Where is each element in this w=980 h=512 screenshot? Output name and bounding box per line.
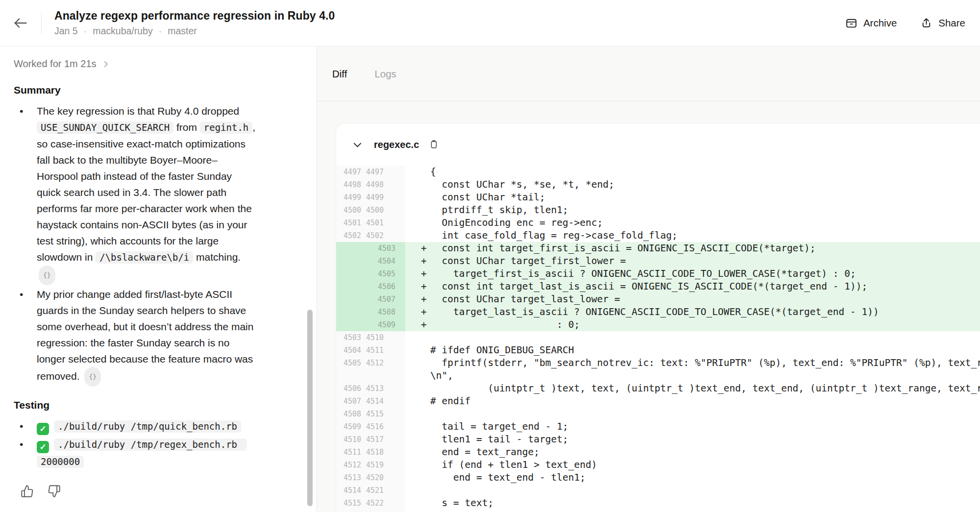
old-line-number: 4504 bbox=[337, 344, 361, 357]
code-line: tlen1 = tail - target; bbox=[430, 433, 980, 446]
diff-row: 45144521 bbox=[336, 484, 980, 497]
diff-filename: regexec.c bbox=[374, 139, 419, 150]
new-line-number bbox=[361, 369, 384, 382]
line-number-gutter: 45024502 bbox=[336, 229, 405, 242]
title-block: Analyze regexp performance regression in… bbox=[54, 9, 335, 37]
line-number-gutter: 45034510 bbox=[336, 331, 405, 344]
task-date: Jan 5 bbox=[54, 25, 78, 37]
old-line-number: 4513 bbox=[337, 471, 361, 484]
diff-row-added: 4509+ : 0; bbox=[336, 318, 980, 331]
new-line-number: 4500 bbox=[361, 204, 384, 217]
diff-row: 44994499 const UChar *tail; bbox=[336, 191, 980, 204]
back-button[interactable] bbox=[10, 12, 31, 34]
diff-sign bbox=[405, 484, 430, 497]
clipboard-icon bbox=[429, 140, 439, 149]
top-header: Analyze regexp performance regression in… bbox=[0, 0, 980, 47]
share-label: Share bbox=[938, 17, 965, 29]
code-line: s = text; bbox=[430, 497, 980, 510]
code-line: tail = target_end - 1; bbox=[430, 420, 980, 433]
citation-chip[interactable]: {} bbox=[39, 266, 55, 285]
old-line-number: 4500 bbox=[337, 204, 361, 217]
chevron-down-icon bbox=[352, 139, 363, 150]
new-line-number: 4511 bbox=[361, 344, 384, 357]
code-line: { bbox=[430, 166, 980, 178]
sidebar-scrollbar-thumb[interactable] bbox=[307, 310, 313, 506]
summary-heading: Summary bbox=[14, 84, 305, 96]
diff-sign bbox=[405, 446, 430, 459]
diff-row: 45064513 (uintptr_t )text, text, (uintpt… bbox=[336, 382, 980, 395]
new-line-number: 4504 bbox=[378, 255, 395, 268]
tab-logs[interactable]: Logs bbox=[374, 68, 396, 80]
archive-button[interactable]: Archive bbox=[845, 17, 897, 29]
new-line-number: 4515 bbox=[361, 408, 384, 420]
diff-sign bbox=[405, 471, 430, 484]
old-line-number: 4505 bbox=[337, 357, 361, 369]
thumbs-up-icon bbox=[21, 485, 34, 498]
line-number-gutter: 4503 bbox=[336, 242, 405, 255]
thumbs-up-button[interactable] bbox=[21, 485, 34, 498]
code-line bbox=[430, 408, 980, 420]
diff-file-card: regexec.c 44974497{44984498 const UChar … bbox=[336, 123, 980, 512]
diff-sign bbox=[405, 191, 430, 204]
testing-list: ✓./build/ruby /tmp/quick_bench.rb✓./buil… bbox=[14, 418, 257, 470]
tab-bar: Diff Logs bbox=[317, 47, 980, 101]
new-line-number: 4502 bbox=[361, 229, 384, 242]
diff-row: 45004500 ptrdiff_t skip, tlen1; bbox=[336, 204, 980, 217]
new-line-number: 4508 bbox=[378, 306, 395, 318]
diff-sign: + bbox=[405, 268, 430, 280]
diff-sign bbox=[405, 229, 430, 242]
archive-icon bbox=[845, 17, 858, 29]
testing-heading: Testing bbox=[14, 399, 305, 411]
old-line-number: 4514 bbox=[337, 484, 361, 497]
bullet-text: The key regression is that Ruby 4.0 drop… bbox=[37, 105, 239, 117]
code-line: \n", bbox=[430, 369, 980, 382]
feedback-bar bbox=[21, 485, 305, 498]
old-line-number: 4502 bbox=[337, 229, 361, 242]
code-line: OnigEncoding enc = reg->enc; bbox=[430, 217, 980, 229]
old-line-number: 4499 bbox=[337, 191, 361, 204]
line-number-gutter: 45054512 bbox=[336, 357, 405, 369]
share-button[interactable]: Share bbox=[920, 17, 965, 29]
thumbs-down-button[interactable] bbox=[48, 485, 61, 498]
old-line-number: 4498 bbox=[337, 178, 361, 191]
code-line bbox=[430, 331, 980, 344]
repo-name: mackuba/ruby bbox=[93, 25, 152, 37]
diff-row: 45154522 s = text; bbox=[336, 497, 980, 510]
chevron-right-icon bbox=[101, 60, 110, 69]
code-line: end = text_end - tlen1; bbox=[430, 471, 980, 484]
code-line: if (end + tlen1 > text_end) bbox=[430, 459, 980, 471]
dot-separator: · bbox=[84, 25, 87, 37]
line-number-gutter: 45114518 bbox=[336, 446, 405, 459]
line-number-gutter: 45014501 bbox=[336, 217, 405, 229]
tab-diff[interactable]: Diff bbox=[332, 68, 347, 80]
old-line-number: 4497 bbox=[337, 166, 361, 178]
old-line-number: 4516 bbox=[337, 510, 361, 512]
diff-row: 45024502 int case_fold_flag = reg->case_… bbox=[336, 229, 980, 242]
test-item: ✓./build/ruby /tmp/quick_bench.rb bbox=[14, 418, 257, 435]
line-number-gutter: 4507 bbox=[336, 293, 405, 306]
diff-row: 45074514# endif bbox=[336, 395, 980, 408]
diff-sign bbox=[405, 344, 430, 357]
diff-sign bbox=[405, 420, 430, 433]
bullet-text: from bbox=[173, 122, 200, 133]
collapse-file-button[interactable] bbox=[352, 139, 363, 150]
inline-code: USE_SUNDAY_QUICK_SEARCH bbox=[37, 122, 173, 134]
line-number-gutter: 4508 bbox=[336, 306, 405, 318]
worked-for-toggle[interactable]: Worked for 1m 21s bbox=[14, 58, 305, 70]
code-line: const UChar target_first_lower = bbox=[430, 255, 980, 268]
archive-label: Archive bbox=[863, 17, 897, 29]
line-number-gutter: 4509 bbox=[336, 318, 405, 331]
code-line: const int target_first_is_ascii = ONIGEN… bbox=[430, 242, 980, 255]
new-line-number: 4514 bbox=[361, 395, 384, 408]
diff-row: 44974497{ bbox=[336, 166, 980, 178]
new-line-number: 4523 bbox=[361, 510, 384, 512]
summary-list: The key regression is that Ruby 4.0 drop… bbox=[14, 103, 257, 387]
copy-filename-button[interactable] bbox=[429, 140, 439, 149]
bullet-text: matching. bbox=[193, 251, 241, 263]
diff-row: 45054512 fprintf(stderr, "bm_search_notr… bbox=[336, 357, 980, 369]
citation-chip[interactable]: {} bbox=[84, 367, 101, 387]
line-number-gutter: 45104517 bbox=[336, 433, 405, 446]
diff-pane: Diff Logs regexec.c bbox=[317, 47, 980, 512]
line-number-gutter: 45134520 bbox=[336, 471, 405, 484]
header-separator bbox=[41, 13, 42, 33]
